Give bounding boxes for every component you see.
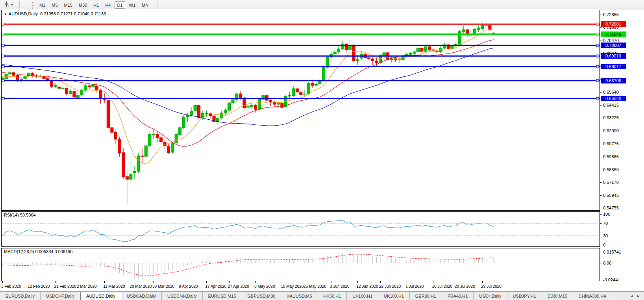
chart-tab-uk100-h1[interactable]: UK100,H1 <box>378 292 410 300</box>
date-tick <box>282 281 282 283</box>
price-badge-0.71046: 0.71046 <box>601 31 626 37</box>
line-handle-right[interactable] <box>596 80 599 82</box>
tab-scroll-right-icon[interactable]: ► <box>637 294 640 298</box>
line-handle-right[interactable] <box>596 44 599 46</box>
line-handle-right[interactable] <box>596 55 599 57</box>
timeframe-button-m15[interactable]: M15 <box>62 1 75 9</box>
date-tick <box>29 281 29 283</box>
date-tick-label: 27 Apr 2020 <box>228 284 249 289</box>
chart-tab-uk100-h1[interactable]: UK100,H1 <box>347 292 378 300</box>
rsi-axis-label: 30 <box>603 233 608 238</box>
candlestick-chart[interactable] <box>2 10 600 210</box>
timeframe-button-m5[interactable]: M5 <box>49 1 60 9</box>
toolbar-separator-2 <box>157 1 157 9</box>
price-badge-0.66706: 0.66706 <box>601 78 626 83</box>
rsi-axis-tick <box>600 245 601 245</box>
date-tick-label: 11 Mar 2020 <box>103 284 125 289</box>
date-tick-label: 1 Jul 2020 <box>405 284 424 289</box>
rsi-value: 59.5064 <box>20 213 36 217</box>
toolbar-drag-handle[interactable] <box>31 2 33 9</box>
timeframe-button-m30[interactable]: M30 <box>76 1 89 9</box>
line-handle-left[interactable] <box>2 65 4 68</box>
chart-ohlc-values: 0.71058 0.71271 0.71049 0.71133 <box>40 11 106 16</box>
price-badge-0.72001: 0.72001 <box>601 21 626 27</box>
price-tick <box>600 144 601 144</box>
line-handle-left[interactable] <box>2 33 4 35</box>
price-tick-label: 0.58360 <box>603 167 619 172</box>
macd-plot[interactable] <box>2 248 600 281</box>
timeframe-button-h1[interactable]: H1 <box>91 1 101 9</box>
line-handle-right[interactable] <box>596 33 599 35</box>
chart-tab-dj30-m15[interactable]: DJ30,M15 <box>542 292 573 300</box>
rsi-plot[interactable] <box>2 212 600 246</box>
chart-tab-audusd-daily[interactable]: AUDUSD,Daily <box>80 292 121 300</box>
timeframe-button-mn[interactable]: MN <box>139 1 151 9</box>
main-chart-panel[interactable]: ▼AUDUSD,Daily 0.71058 0.71271 0.71049 0.… <box>1 10 600 211</box>
macd-signal-line <box>2 254 494 276</box>
rsi-axis-tick <box>600 214 601 215</box>
chart-tab-usdcnh-daily[interactable]: USDCNH,Daily <box>162 292 203 300</box>
chart-tab-fra40-h1[interactable]: FRA40,H1 <box>442 292 474 300</box>
chart-tab-usdcad-daily[interactable]: USDCAD,Daily <box>121 292 162 300</box>
chart-tab-china300-h4[interactable]: CHINA300,H4 <box>573 292 612 300</box>
macd-axis-tick <box>600 280 601 280</box>
line-handle-left[interactable] <box>2 55 4 57</box>
chart-tab-usoil-daily[interactable]: USOil,Daily <box>474 292 507 300</box>
timeframe-button-h4[interactable]: H4 <box>103 1 113 9</box>
date-tick-label: 3 Feb 2020 <box>1 284 21 289</box>
price-tick-label: 0.59585 <box>603 154 619 159</box>
chevron-down-icon[interactable]: ▼ <box>11 4 13 6</box>
price-axis[interactable]: 0.728850.716950.704700.692450.680200.667… <box>600 10 644 281</box>
line-handle-left[interactable] <box>2 23 4 25</box>
timeframe-button-w1[interactable]: W1 <box>127 1 138 9</box>
drawing-tool-button[interactable]: ▼ <box>2 0 15 10</box>
date-tick-label: 2 Mar 2020 <box>77 284 97 289</box>
macd-values: 0.005334 0.006190 <box>35 249 72 254</box>
date-tick <box>357 281 358 283</box>
chart-tab-usdchf-daily[interactable]: USDCHF,Daily <box>41 292 80 300</box>
line-handle-left[interactable] <box>2 97 4 100</box>
price-tick <box>600 208 601 208</box>
tab-scroll-controls: ◄► <box>626 292 644 300</box>
line-handle-left[interactable] <box>2 80 4 82</box>
tab-scroll-left-icon[interactable]: ◄ <box>630 294 633 298</box>
moving-average-45 <box>2 48 494 126</box>
price-tick <box>600 27 601 28</box>
date-tick <box>154 281 154 283</box>
rsi-axis-tick <box>600 236 601 236</box>
timeframe-buttons: M1M5M15M30H1H4D1W1MN <box>36 1 152 9</box>
chart-tab-xauusd-m5[interactable]: XAUUSD,M5 <box>281 292 318 300</box>
chart-tab-eurusd-m15[interactable]: EURUSD,M15 <box>203 292 242 300</box>
price-tick-label: 0.72885 <box>603 12 619 17</box>
date-tick-label: 8 Apr 2020 <box>179 284 198 289</box>
price-tick-label: 0.54755 <box>603 206 619 210</box>
rsi-panel[interactable]: RSI(14) 59.5064 <box>1 211 600 247</box>
macd-panel[interactable]: MACD(12,26,9) 0.005334 0.006190 <box>1 248 600 281</box>
price-tick-label: 0.63225 <box>603 115 619 120</box>
chart-tab-eurusd-daily[interactable]: EURUSD,Daily <box>0 292 41 300</box>
timeframe-button-m1[interactable]: M1 <box>37 1 48 9</box>
line-handle-left[interactable] <box>2 44 4 46</box>
date-tick-label: 25 May 2020 <box>303 284 326 289</box>
date-tick-label: 6 May 2020 <box>254 284 275 289</box>
timeframe-button-d1[interactable]: D1 <box>115 1 125 9</box>
date-tick <box>131 281 131 283</box>
line-handle-right[interactable] <box>596 23 599 25</box>
line-handle-right[interactable] <box>596 97 599 100</box>
triangle-down-icon[interactable]: ▼ <box>4 13 7 16</box>
date-tick-label: 15 May 2020 <box>281 284 303 289</box>
chart-tab-usdjpy-h1[interactable]: USDJPY,H1 <box>507 292 542 300</box>
chart-tab-gbpusd-m30[interactable]: GBPUSD,M30 <box>242 292 281 300</box>
price-tick-label: 0.64415 <box>603 103 619 107</box>
date-tick <box>456 281 456 283</box>
macd-axis-label: 0.015741 <box>603 250 621 254</box>
price-tick-label: 0.60775 <box>603 141 619 146</box>
price-badge-0.70007: 0.70007 <box>601 43 626 48</box>
price-tick-label: 0.62000 <box>603 128 619 133</box>
chart-tab-hk50-h1[interactable]: HK50,H1 <box>318 292 347 300</box>
timeframe-toolbar: ▼ M1M5M15M30H1H4D1W1MN <box>0 0 644 10</box>
price-tick <box>600 170 601 170</box>
chart-tab-ger30-h1[interactable]: GER30,H1 <box>410 292 442 300</box>
line-handle-right[interactable] <box>596 65 599 68</box>
date-axis[interactable]: 3 Feb 202012 Feb 202021 Feb 20202 Mar 20… <box>0 281 644 291</box>
